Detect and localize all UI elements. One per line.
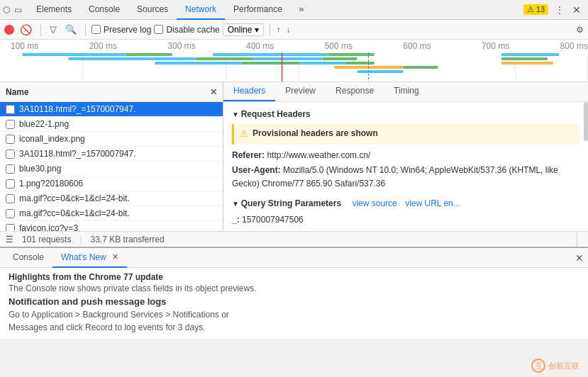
- clear-button[interactable]: 🚫: [17, 23, 35, 37]
- table-row[interactable]: 3A10118.html?_=1570007947.: [0, 102, 223, 117]
- svg-rect-11: [345, 62, 375, 64]
- request-name: 3A10118.html?_=1570007947.: [19, 149, 135, 159]
- table-row[interactable]: ma.gif?cc=0&ck=1&cl=24-bit.: [0, 191, 223, 206]
- tab-elements[interactable]: Elements: [28, 0, 80, 20]
- request-name: ma.gif?cc=0&ck=1&cl=24-bit.: [19, 193, 130, 203]
- query-string-toggle[interactable]: Query String Parameters: [232, 198, 341, 208]
- svg-rect-2: [68, 57, 195, 60]
- table-row[interactable]: 3A10118.html?_=1570007947.: [0, 147, 223, 162]
- svg-rect-10: [299, 62, 345, 64]
- notification-text-line2: Messages and click Record to log events …: [9, 322, 205, 332]
- svg-rect-6: [213, 53, 328, 56]
- view-source-link[interactable]: view source: [352, 198, 396, 208]
- network-toolbar: 🚫 ▽ 🔍 Preserve log Disable cache Online …: [0, 20, 588, 40]
- row-checkbox[interactable]: [6, 164, 15, 174]
- timeline-labels: 100 ms 200 ms 300 ms 400 ms 500 ms 600 m…: [11, 41, 588, 51]
- referer-key: Referer:: [232, 150, 265, 160]
- preserve-log-checkbox[interactable]: [91, 25, 101, 34]
- ua-val: Mozilla/5.0 (Windows NT 10.0; Win64; App…: [232, 165, 558, 188]
- tab-more-icon[interactable]: »: [291, 0, 313, 20]
- disable-cache-label[interactable]: Disable cache: [154, 25, 219, 35]
- row-checkbox[interactable]: [6, 209, 15, 218]
- overflow-menu-icon[interactable]: ⋮: [551, 4, 568, 16]
- request-headers-section[interactable]: Request Headers: [232, 108, 579, 121]
- search-icon[interactable]: 🔍: [62, 23, 79, 36]
- record-button[interactable]: [4, 25, 14, 35]
- bottom-tab-bar: Console What's New ✕ ✕: [0, 248, 588, 268]
- tab-whats-new[interactable]: What's New ✕: [52, 248, 127, 268]
- provisional-headers-warning: ⚠ Provisional headers are shown: [232, 124, 579, 145]
- disable-cache-checkbox[interactable]: [154, 25, 163, 34]
- transferred-size: 33.7 KB transferred: [91, 235, 165, 244]
- tab-timing[interactable]: Timing: [384, 82, 429, 101]
- download-icon[interactable]: ↓: [286, 25, 290, 35]
- table-row[interactable]: 1.png?20180606: [0, 176, 223, 191]
- table-row[interactable]: iconall_index.png: [0, 132, 223, 147]
- warning-icon: ⚠: [240, 127, 248, 142]
- svg-rect-7: [328, 53, 375, 56]
- hamburger-icon[interactable]: ☰: [6, 235, 13, 244]
- request-name: favicon.ico?v=3: [19, 223, 78, 231]
- warning-badge: ⚠ 13: [523, 4, 548, 15]
- resize-handle[interactable]: [577, 232, 582, 247]
- toolbar-separator-1: [40, 23, 41, 36]
- tab-sources[interactable]: Sources: [128, 0, 177, 20]
- table-row[interactable]: blue30.png: [0, 162, 223, 176]
- close-bottom-panel-button[interactable]: ✕: [575, 252, 584, 264]
- import-export-controls: ↑ ↓: [276, 25, 290, 35]
- throttle-select[interactable]: Online ▾: [223, 23, 265, 36]
- devtools-controls: ⬡ ▭: [3, 5, 28, 15]
- throttle-dropdown-icon: ▾: [255, 25, 259, 35]
- timeline-bar: 100 ms 200 ms 300 ms 400 ms 500 ms 600 m…: [0, 40, 588, 82]
- table-row[interactable]: favicon.ico?v=3: [0, 221, 223, 231]
- tab-headers[interactable]: Headers: [223, 82, 275, 101]
- whats-new-close-icon[interactable]: ✕: [112, 252, 118, 261]
- filter-icon[interactable]: ▽: [47, 23, 60, 36]
- tab-console[interactable]: Console: [80, 0, 128, 20]
- row-checkbox[interactable]: [6, 224, 15, 232]
- tab-network[interactable]: Network: [177, 0, 225, 20]
- bottom-panel: Console What's New ✕ ✕ Highlights from t…: [0, 247, 588, 339]
- bottom-panel-content: Highlights from the Chrome 77 update The…: [0, 268, 588, 339]
- row-checkbox[interactable]: [6, 150, 15, 159]
- row-checkbox[interactable]: [6, 194, 15, 203]
- close-devtools-button[interactable]: ✕: [568, 4, 585, 16]
- request-list-panel: Name ✕ 3A10118.html?_=1570007947. blue22…: [0, 82, 223, 231]
- provisional-warning-text: Provisional headers are shown: [253, 127, 378, 140]
- tab-preview[interactable]: Preview: [275, 82, 326, 101]
- referer-val: http://www.weather.com.cn/: [267, 150, 370, 160]
- notification-heading: Notification and push message logs: [9, 296, 579, 307]
- svg-rect-1: [126, 53, 172, 56]
- svg-rect-9: [323, 57, 357, 60]
- status-bar: ☰ 101 requests | 33.7 KB transferred: [0, 231, 588, 247]
- tab-performance[interactable]: Performance: [225, 0, 291, 20]
- query-param-row: _: 1570007947506: [232, 213, 579, 227]
- devtools-cursor-icon[interactable]: ⬡: [3, 5, 10, 15]
- view-url-encoded-link[interactable]: view URL en...: [405, 198, 460, 208]
- table-row[interactable]: blue22-1.png: [0, 117, 223, 132]
- watermark: 互 创新互联: [531, 359, 579, 373]
- preserve-log-label[interactable]: Preserve log: [91, 25, 151, 35]
- row-checkbox[interactable]: [6, 120, 15, 129]
- close-list-button[interactable]: ✕: [210, 87, 217, 97]
- row-checkbox[interactable]: [6, 105, 15, 114]
- toolbar-separator-3: [270, 23, 270, 36]
- request-name: blue22-1.png: [19, 119, 69, 129]
- detail-scrollbar[interactable]: [584, 102, 588, 141]
- upload-icon[interactable]: ↑: [276, 25, 280, 35]
- svg-rect-17: [501, 62, 553, 64]
- detail-panel: Headers Preview Response Timing Request …: [223, 82, 588, 231]
- row-checkbox[interactable]: [6, 135, 15, 144]
- row-checkbox[interactable]: [6, 179, 15, 188]
- detail-content: Request Headers ⚠ Provisional headers ar…: [223, 102, 588, 231]
- table-row[interactable]: ma.gif?cc=0&ck=1&cl=24-bit.: [0, 206, 223, 221]
- svg-rect-0: [22, 53, 126, 56]
- tab-response[interactable]: Response: [326, 82, 384, 101]
- svg-rect-15: [501, 53, 559, 56]
- request-name: blue30.png: [19, 164, 61, 174]
- svg-rect-13: [404, 66, 438, 69]
- settings-icon[interactable]: ⚙: [576, 25, 584, 35]
- tab-console-bottom[interactable]: Console: [4, 248, 52, 268]
- devtools-mobile-icon[interactable]: ▭: [14, 5, 22, 15]
- svg-text:互: 互: [535, 361, 543, 371]
